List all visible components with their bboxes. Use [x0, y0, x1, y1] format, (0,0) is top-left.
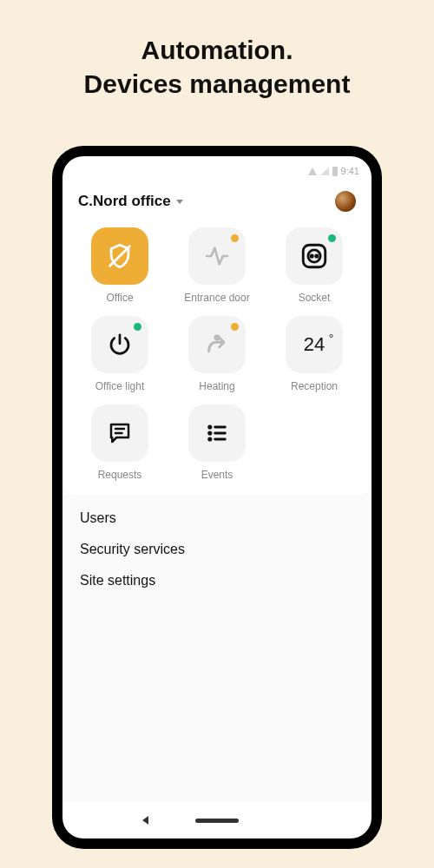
tile-reception[interactable]: 24° Reception — [269, 312, 359, 392]
tile-label: Office light — [95, 380, 144, 392]
tile-label: Reception — [291, 380, 338, 392]
location-selector[interactable]: C.Nord office — [78, 193, 335, 210]
status-time: 9:41 — [341, 166, 359, 176]
socket-icon — [286, 227, 343, 285]
message-icon — [91, 404, 148, 462]
tile-entrance-door[interactable]: Entrance door — [172, 224, 262, 304]
temperature-value: 24° — [304, 333, 325, 356]
top-bar: C.Nord office — [62, 186, 372, 220]
tile-socket[interactable]: Socket — [269, 224, 359, 304]
menu-site-settings[interactable]: Site settings — [80, 573, 354, 589]
tile-label: Office — [106, 292, 133, 304]
menu-list: Users Security services Site settings — [62, 495, 372, 802]
nav-back-icon[interactable] — [142, 816, 148, 825]
chevron-down-icon — [176, 200, 183, 204]
tile-office-light[interactable]: Office light — [75, 312, 165, 392]
android-nav-bar — [62, 802, 372, 838]
svg-point-4 — [316, 255, 318, 257]
signal-icon — [320, 168, 329, 175]
location-name: C.Nord office — [78, 193, 171, 210]
tile-label: Requests — [98, 469, 142, 481]
tile-requests[interactable]: Requests — [75, 401, 165, 481]
headline-line1: Automation. — [0, 33, 434, 67]
status-dot — [231, 234, 239, 242]
temperature-icon: 24° — [286, 316, 343, 373]
battery-icon — [332, 167, 338, 176]
phone-frame: 9:41 C.Nord office Office — [52, 146, 382, 849]
list-icon — [188, 404, 246, 462]
svg-rect-1 — [303, 245, 326, 267]
svg-point-13 — [209, 438, 211, 440]
page-headline: Automation. Devices management — [0, 0, 434, 101]
headline-line2: Devices management — [0, 67, 434, 101]
tile-events[interactable]: Events — [172, 401, 262, 481]
status-dot — [328, 234, 336, 242]
tile-label: Events — [201, 469, 233, 481]
status-dot — [134, 323, 141, 331]
menu-users[interactable]: Users — [80, 510, 354, 526]
status-bar: 9:41 — [62, 156, 372, 186]
faucet-icon — [188, 316, 246, 373]
status-dot — [231, 323, 239, 331]
avatar[interactable] — [335, 191, 356, 212]
wifi-icon — [308, 168, 317, 175]
activity-icon — [188, 227, 246, 285]
device-grid: Office Entrance door — [75, 224, 359, 481]
power-icon — [91, 316, 148, 373]
tile-label: Heating — [199, 380, 234, 392]
svg-point-3 — [311, 255, 312, 257]
tile-office[interactable]: Office — [75, 224, 165, 304]
tile-label: Entrance door — [184, 292, 249, 304]
shield-off-icon — [91, 227, 148, 285]
svg-point-11 — [209, 432, 211, 434]
screen: 9:41 C.Nord office Office — [62, 156, 372, 838]
tile-label: Socket — [299, 292, 331, 304]
nav-home-icon[interactable] — [195, 819, 239, 823]
menu-security-services[interactable]: Security services — [80, 542, 354, 557]
svg-point-9 — [209, 426, 211, 428]
svg-point-6 — [215, 336, 219, 339]
devices-section: Office Entrance door — [62, 220, 372, 495]
tile-heating[interactable]: Heating — [172, 312, 262, 392]
